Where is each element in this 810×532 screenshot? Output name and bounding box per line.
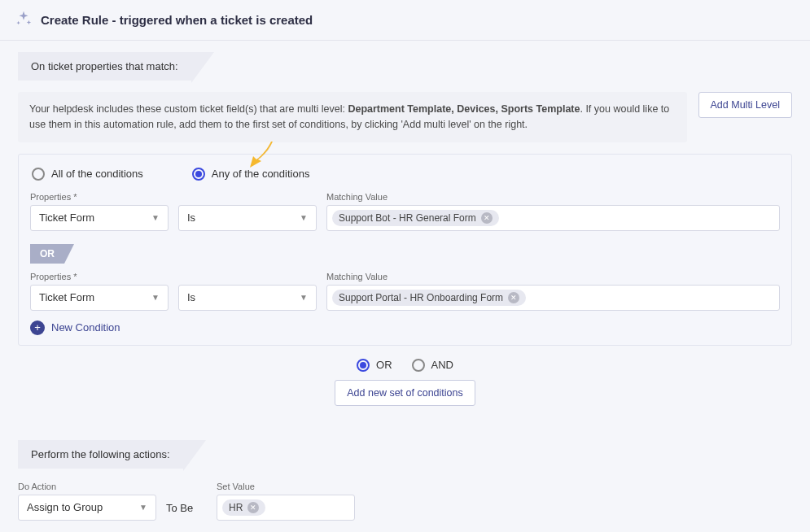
operator-value: Is: [187, 211, 195, 224]
add-new-set-button[interactable]: Add new set of conditions: [335, 380, 475, 406]
chevron-down-icon: ▼: [139, 503, 147, 512]
remove-tag-icon[interactable]: ✕: [247, 502, 259, 513]
sparkle-icon: [15, 10, 33, 30]
condition-row: Properties * Ticket Form ▼ Is ▼ Matching…: [30, 192, 780, 231]
chevron-down-icon: ▼: [151, 213, 160, 222]
matching-value-field[interactable]: Support Portal - HR Onboarding Form ✕: [326, 285, 780, 311]
value-tag: Support Portal - HR Onboarding Form ✕: [332, 290, 526, 306]
set-logic-or-label: OR: [376, 359, 392, 371]
set-logic-or[interactable]: OR: [357, 359, 392, 372]
field-label-set-value: Set Value: [217, 482, 355, 491]
conditions-block: All of the conditions Any of the conditi…: [18, 154, 792, 346]
action-row: Do Action Assign to Group ▼ To Be Set Va…: [18, 482, 792, 521]
to-be-label: To Be: [166, 502, 207, 521]
condition-type-radio-group: All of the conditions Any of the conditi…: [30, 164, 780, 192]
matching-value-field[interactable]: Support Bot - HR General Form ✕: [326, 205, 780, 231]
radio-label-any: Any of the conditions: [212, 168, 310, 180]
field-label-matching-value: Matching Value: [326, 272, 780, 281]
action-value-field[interactable]: HR ✕: [217, 495, 355, 521]
operator-value: Is: [187, 291, 195, 303]
set-logic-radio-group: OR AND: [18, 359, 792, 372]
page-title: Create Rule - triggered when a ticket is…: [41, 13, 313, 27]
value-tag-text: Support Bot - HR General Form: [339, 212, 476, 224]
operator-select[interactable]: Is ▼: [178, 205, 317, 231]
property-value: Ticket Form: [39, 291, 94, 303]
radio-icon: [412, 359, 425, 372]
property-select[interactable]: Ticket Form ▼: [30, 285, 169, 311]
new-condition-label: New Condition: [51, 321, 120, 334]
chevron-down-icon: ▼: [300, 293, 308, 302]
properties-section-heading: On ticket properties that match:: [18, 52, 191, 81]
new-condition-link[interactable]: + New Condition: [30, 321, 120, 335]
condition-row: Properties * Ticket Form ▼ Is ▼ Matching…: [30, 272, 780, 311]
set-logic-and-label: AND: [431, 359, 453, 371]
page-header: Create Rule - triggered when a ticket is…: [0, 0, 810, 41]
chevron-down-icon: ▼: [300, 213, 308, 222]
info-bold-fields: Department Template, Devices, Sports Tem…: [348, 103, 580, 115]
field-label-properties: Properties *: [30, 192, 169, 202]
field-label-matching-value: Matching Value: [326, 192, 780, 202]
value-tag: HR ✕: [222, 499, 265, 516]
plus-icon: +: [30, 321, 45, 335]
operator-select[interactable]: Is ▼: [178, 285, 317, 311]
remove-tag-icon[interactable]: ✕: [508, 292, 519, 303]
value-tag-text: HR: [229, 502, 243, 513]
property-select[interactable]: Ticket Form ▼: [30, 205, 169, 231]
multi-level-info: Your helpdesk includes these custom tick…: [18, 92, 687, 142]
condition-type-any[interactable]: Any of the conditions: [192, 168, 310, 181]
or-separator: OR: [30, 244, 64, 264]
add-multi-level-button[interactable]: Add Multi Level: [698, 92, 792, 118]
action-select[interactable]: Assign to Group ▼: [18, 495, 156, 521]
condition-type-all[interactable]: All of the conditions: [32, 168, 143, 181]
actions-section-heading: Perform the following actions:: [18, 440, 183, 469]
value-tag: Support Bot - HR General Form ✕: [332, 210, 499, 226]
field-label-properties: Properties *: [30, 272, 169, 281]
radio-label-all: All of the conditions: [51, 168, 143, 180]
radio-icon: [357, 359, 370, 372]
radio-icon: [192, 168, 205, 181]
property-value: Ticket Form: [39, 211, 94, 224]
action-value: Assign to Group: [27, 501, 103, 513]
radio-icon: [32, 168, 45, 181]
field-label-do-action: Do Action: [18, 482, 156, 491]
info-prefix: Your helpdesk includes these custom tick…: [29, 103, 348, 115]
chevron-down-icon: ▼: [151, 293, 160, 302]
remove-tag-icon[interactable]: ✕: [481, 212, 493, 224]
value-tag-text: Support Portal - HR Onboarding Form: [339, 292, 503, 303]
set-logic-and[interactable]: AND: [412, 359, 453, 372]
